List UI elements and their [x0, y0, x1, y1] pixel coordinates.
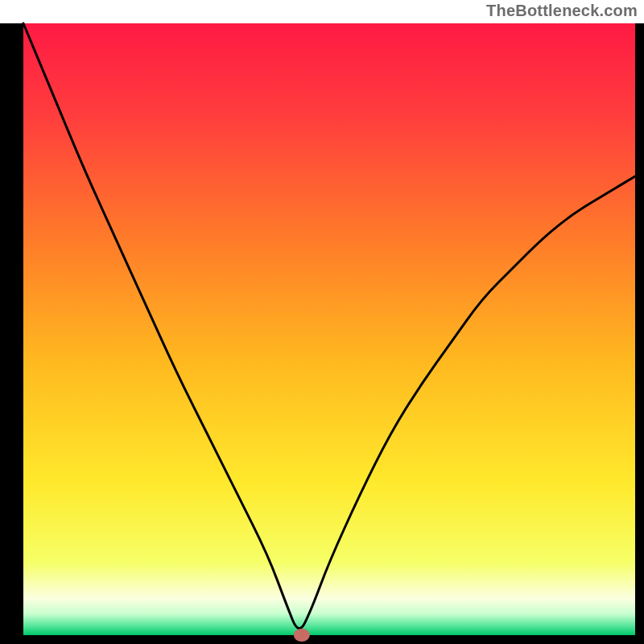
plot-background — [23, 23, 635, 635]
optimal-point-marker — [294, 629, 310, 642]
bottleneck-chart: TheBottleneck.com — [0, 0, 644, 644]
chart-canvas — [0, 0, 644, 644]
watermark-label: TheBottleneck.com — [486, 2, 638, 20]
